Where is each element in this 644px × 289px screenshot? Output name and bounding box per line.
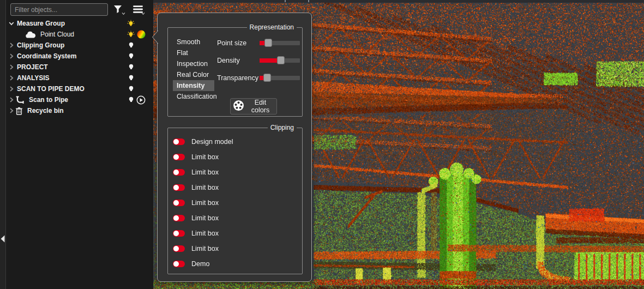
slider-track-point-size[interactable] xyxy=(260,41,300,45)
edit-colors-label: Edit colors xyxy=(246,99,274,114)
representation-group: Representation SmoothFlatInspectionReal … xyxy=(167,27,303,117)
toggle-knob xyxy=(173,261,179,267)
edit-colors-button[interactable]: Edit colors xyxy=(230,98,277,115)
colormap-icon[interactable] xyxy=(136,30,146,39)
toggle-switch-limit-box[interactable] xyxy=(173,154,185,160)
bulb-off-icon[interactable] xyxy=(127,41,135,49)
slider-row: Transparency xyxy=(168,74,302,82)
sidebar-collapse-handle[interactable] xyxy=(0,0,6,289)
slider-track-transparency[interactable] xyxy=(260,76,300,80)
collapse-left-icon xyxy=(1,235,5,245)
slider-row: Density xyxy=(168,56,302,65)
toolbar-remnant-mark xyxy=(285,0,286,2)
bulb-off-icon[interactable] xyxy=(127,63,135,71)
application-window: Measure GroupPoint CloudClipping GroupCo… xyxy=(0,0,644,289)
tree-item-project[interactable]: PROJECT xyxy=(6,62,153,73)
tree-item-point-cloud[interactable]: Point Cloud xyxy=(6,29,153,40)
tree-item-clipping-group[interactable]: Clipping Group xyxy=(6,40,153,51)
menu-button[interactable] xyxy=(131,4,145,16)
toggle-label: Limit box xyxy=(191,230,219,237)
filter-input[interactable] xyxy=(10,3,108,16)
tree-item-label: ANALYSIS xyxy=(17,74,50,82)
toggle-switch-limit-box[interactable] xyxy=(173,215,185,221)
bulb-off-icon[interactable] xyxy=(127,52,135,60)
chevron-right-icon[interactable] xyxy=(8,107,15,115)
toggle-label: Limit box xyxy=(191,214,219,222)
chevron-right-icon[interactable] xyxy=(8,75,15,82)
toggle-switch-limit-box[interactable] xyxy=(173,230,185,237)
bulb-on-icon[interactable] xyxy=(127,31,135,39)
tree-item-measure-group[interactable]: Measure Group xyxy=(6,18,153,29)
slider-handle[interactable] xyxy=(277,56,285,64)
tree-item-label: Recycle bin xyxy=(27,107,64,115)
toggle-label: Limit box xyxy=(191,184,219,191)
toggle-label: Limit box xyxy=(191,245,219,252)
slider-track-density[interactable] xyxy=(260,58,300,63)
slider-label: Transparency xyxy=(217,74,258,82)
toggle-switch-limit-box[interactable] xyxy=(173,169,185,176)
toggle-knob xyxy=(173,139,179,144)
clipping-row: Limit box xyxy=(173,149,298,165)
tree-item-scan-to-pipe-demo[interactable]: SCAN TO PIPE DEMO xyxy=(6,83,153,94)
group-title: Representation xyxy=(247,23,297,31)
palette-icon xyxy=(233,100,244,113)
toggle-knob xyxy=(173,185,179,190)
clipping-group: Clipping Design modelLimit boxLimit boxL… xyxy=(167,128,303,274)
toggle-knob xyxy=(173,154,179,160)
cloud-icon xyxy=(25,31,36,38)
object-tree-sidebar: Measure GroupPoint CloudClipping GroupCo… xyxy=(0,0,153,289)
slider-handle[interactable] xyxy=(264,39,272,47)
chevron-right-icon[interactable] xyxy=(8,64,15,71)
chevron-right-icon[interactable] xyxy=(8,86,15,93)
filter-button[interactable] xyxy=(111,4,125,16)
clipping-toggle-list: Design modelLimit boxLimit boxLimit boxL… xyxy=(173,134,298,272)
play-icon[interactable] xyxy=(136,95,146,105)
toggle-label: Demo xyxy=(191,260,209,268)
toggle-switch-limit-box[interactable] xyxy=(173,200,185,206)
pipe-icon xyxy=(15,96,25,104)
slider-fill xyxy=(260,58,279,63)
tree-item-coordinate-system[interactable]: Coordinate System xyxy=(6,51,153,62)
chevron-right-icon[interactable] xyxy=(8,42,15,49)
chevron-down-icon[interactable] xyxy=(8,20,15,27)
toggle-knob xyxy=(173,200,179,206)
toggle-switch-limit-box[interactable] xyxy=(173,184,185,191)
chevron-down-icon xyxy=(141,9,145,17)
tree-item-label: Point Cloud xyxy=(40,31,74,38)
bulb-on-icon[interactable] xyxy=(127,20,135,28)
chevron-down-icon xyxy=(122,9,125,17)
toggle-switch-limit-box[interactable] xyxy=(173,245,185,252)
clipping-row: Limit box xyxy=(173,210,298,226)
bulb-off-icon[interactable] xyxy=(127,85,135,93)
clipping-row: Design model xyxy=(173,134,298,149)
clipping-row: Limit box xyxy=(173,241,298,256)
popover-notch xyxy=(152,30,159,46)
toggle-switch-demo[interactable] xyxy=(173,261,185,267)
toggle-knob xyxy=(173,231,179,236)
toggle-knob xyxy=(173,246,179,251)
bulb-off-icon[interactable] xyxy=(127,74,135,82)
chevron-right-icon[interactable] xyxy=(8,53,15,60)
tree-item-label: Coordinate System xyxy=(17,52,76,60)
clipping-row: Limit box xyxy=(173,195,298,210)
toggle-label: Limit box xyxy=(191,153,219,161)
slider-label: Density xyxy=(217,57,240,64)
tree-item-recycle-bin[interactable]: Recycle bin xyxy=(6,105,153,116)
slider-handle[interactable] xyxy=(263,74,271,82)
tree-item-analysis[interactable]: ANALYSIS xyxy=(6,73,153,83)
tree-item-label: SCAN TO PIPE DEMO xyxy=(17,85,85,93)
toggle-switch-design-model[interactable] xyxy=(173,139,185,145)
toolbar-remnant-mark xyxy=(308,0,309,2)
tree-item-label: Scan to Pipe xyxy=(29,96,68,104)
trash-icon xyxy=(15,107,23,115)
tree-item-label: Measure Group xyxy=(17,20,65,27)
tree-item-scan-to-pipe[interactable]: Scan to Pipe xyxy=(6,94,153,105)
toolbar-edge-strip xyxy=(153,0,644,3)
group-title: Clipping xyxy=(268,124,297,131)
clipping-row: Limit box xyxy=(173,165,298,180)
clipping-row: Limit box xyxy=(173,226,298,241)
bulb-off-icon[interactable] xyxy=(127,96,135,104)
chevron-right-icon[interactable] xyxy=(8,97,15,104)
slider-row: Point size xyxy=(168,39,302,47)
mode-item-classification[interactable]: Classification xyxy=(173,91,214,102)
